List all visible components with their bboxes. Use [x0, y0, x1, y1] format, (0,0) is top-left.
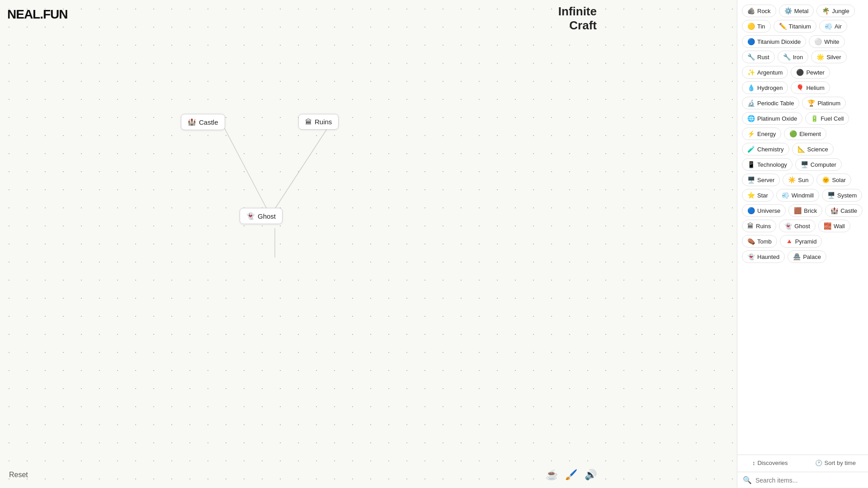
item-label: Castle	[840, 207, 857, 214]
item-label: Argentum	[757, 69, 783, 76]
list-item[interactable]: 🟫Brick	[788, 204, 822, 217]
search-input[interactable]	[755, 477, 863, 484]
canvas-area[interactable]: NEAL.FUN InfiniteCraft 🏰 Castle 🏛 Ruins …	[0, 0, 737, 488]
item-icon: 🧱	[824, 222, 831, 230]
svg-line-1	[275, 124, 330, 209]
canvas-element-ruins[interactable]: 🏛 Ruins	[298, 114, 339, 130]
discoveries-tab[interactable]: ↕ Discoveries	[737, 455, 803, 472]
brush-icon[interactable]: 🖌️	[565, 469, 577, 481]
item-label: System	[837, 192, 857, 199]
item-icon: 🏯	[793, 253, 801, 260]
list-item[interactable]: 🌟Silver	[811, 51, 847, 63]
right-panel: 🪨Rock⚙️Metal🌴Jungle🟡Tin✏️Titanium💨Air🔵Ti…	[737, 0, 868, 488]
list-item[interactable]: 🖥️Server	[742, 174, 780, 186]
list-item[interactable]: 🔵Universe	[742, 204, 786, 217]
list-item[interactable]: 🎈Helium	[791, 81, 830, 94]
item-label: Haunted	[757, 253, 779, 260]
list-item[interactable]: ⚰️Tomb	[742, 235, 777, 248]
canvas-element-ghost[interactable]: 👻 Ghost	[240, 208, 283, 224]
list-item[interactable]: 👻Ghost	[779, 220, 816, 232]
item-icon: 👻	[784, 222, 792, 230]
list-item[interactable]: ✨Argentum	[742, 66, 788, 79]
svg-line-0	[222, 124, 267, 209]
item-icon: ⚡	[747, 130, 755, 137]
discoveries-label: Discoveries	[757, 460, 788, 466]
sound-icon[interactable]: 🔊	[585, 469, 597, 481]
list-item[interactable]: ⭐Star	[742, 189, 774, 202]
logo: NEAL.FUN	[7, 7, 68, 22]
list-item[interactable]: 🌴Jungle	[816, 5, 854, 17]
list-item[interactable]: 🌐Platinum Oxide	[742, 112, 802, 125]
list-item[interactable]: 🔬Periodic Table	[742, 97, 799, 109]
bottom-toolbar: ☕ 🖌️ 🔊	[546, 469, 597, 481]
coffee-icon[interactable]: ☕	[546, 469, 558, 481]
list-item[interactable]: 📐Science	[792, 143, 834, 155]
canvas-element-castle[interactable]: 🏰 Castle	[181, 114, 225, 130]
item-label: Tomb	[757, 238, 772, 245]
item-icon: 🟢	[789, 130, 797, 137]
item-label: Windmill	[792, 192, 814, 199]
list-item[interactable]: 🟡Tin	[742, 20, 771, 33]
item-icon: 🔺	[785, 238, 793, 245]
list-item[interactable]: ⚡Energy	[742, 127, 781, 140]
item-label: Jungle	[832, 8, 849, 14]
list-item[interactable]: 🔵Titanium Dioxide	[742, 35, 806, 48]
ghost-label: Ghost	[258, 212, 276, 220]
list-item[interactable]: 🟢Element	[784, 127, 826, 140]
item-icon: 🔵	[747, 38, 755, 45]
item-label: Ruins	[756, 223, 771, 230]
list-item[interactable]: ☀️Sun	[783, 174, 814, 186]
list-item[interactable]: 🔧Iron	[778, 51, 808, 63]
list-item[interactable]: 🔋Fuel Cell	[805, 112, 849, 125]
list-item[interactable]: 💨Windmill	[776, 189, 819, 202]
item-icon: 🪨	[747, 7, 755, 14]
item-label: Pewter	[806, 69, 824, 76]
item-icon: ✏️	[779, 23, 787, 30]
list-item[interactable]: 💧Hydrogen	[742, 81, 788, 94]
list-item[interactable]: 🏛Ruins	[742, 220, 776, 232]
item-icon: 🔋	[811, 115, 818, 122]
item-icon: 💨	[782, 192, 789, 199]
list-item[interactable]: 🪨Rock	[742, 5, 776, 17]
item-label: Chemistry	[757, 146, 784, 153]
list-item[interactable]: 🏰Castle	[825, 204, 863, 217]
list-item[interactable]: 💨Air	[819, 20, 847, 33]
item-icon: 🖥️	[827, 192, 835, 199]
item-label: Solar	[832, 177, 845, 183]
list-item[interactable]: 🖥️Computer	[795, 158, 842, 171]
list-item[interactable]: 🧱Wall	[818, 220, 850, 232]
item-icon: 🖥️	[801, 161, 808, 168]
item-label: Platinum Oxide	[757, 115, 797, 122]
sort-tab[interactable]: 🕐 Sort by time	[803, 455, 868, 472]
castle-icon: 🏰	[188, 118, 196, 126]
item-icon: 📐	[797, 145, 805, 153]
item-label: Platinum	[817, 100, 840, 107]
list-item[interactable]: 🔺Pyramid	[780, 235, 822, 248]
list-item[interactable]: 🌞Solar	[816, 174, 851, 186]
item-icon: 🔧	[783, 53, 791, 61]
list-item[interactable]: ✏️Titanium	[774, 20, 816, 33]
footer-tabs: ↕ Discoveries 🕐 Sort by time	[737, 455, 868, 472]
item-label: Server	[757, 177, 774, 183]
item-label: Technology	[757, 161, 787, 168]
list-item[interactable]: 🏆Platinum	[802, 97, 846, 109]
list-item[interactable]: 👻Haunted	[742, 250, 785, 263]
list-item[interactable]: ⚫Pewter	[791, 66, 830, 79]
search-box[interactable]: 🔍	[737, 472, 868, 488]
list-item[interactable]: 🖥️System	[822, 189, 862, 202]
connection-lines	[0, 0, 737, 488]
item-label: Iron	[793, 54, 803, 61]
item-icon: 🔧	[747, 53, 755, 61]
list-item[interactable]: 🧪Chemistry	[742, 143, 789, 155]
item-icon: ⚰️	[747, 238, 755, 245]
reset-button[interactable]: Reset	[9, 471, 28, 479]
item-label: Sun	[798, 177, 808, 183]
item-label: White	[824, 38, 839, 45]
list-item[interactable]: 🏯Palace	[788, 250, 826, 263]
list-item[interactable]: ⚙️Metal	[779, 5, 814, 17]
list-item[interactable]: 🔧Rust	[742, 51, 775, 63]
list-item[interactable]: ⚪White	[809, 35, 844, 48]
list-item[interactable]: 📱Technology	[742, 158, 793, 171]
item-label: Rust	[757, 54, 769, 61]
item-label: Titanium Dioxide	[757, 38, 801, 45]
